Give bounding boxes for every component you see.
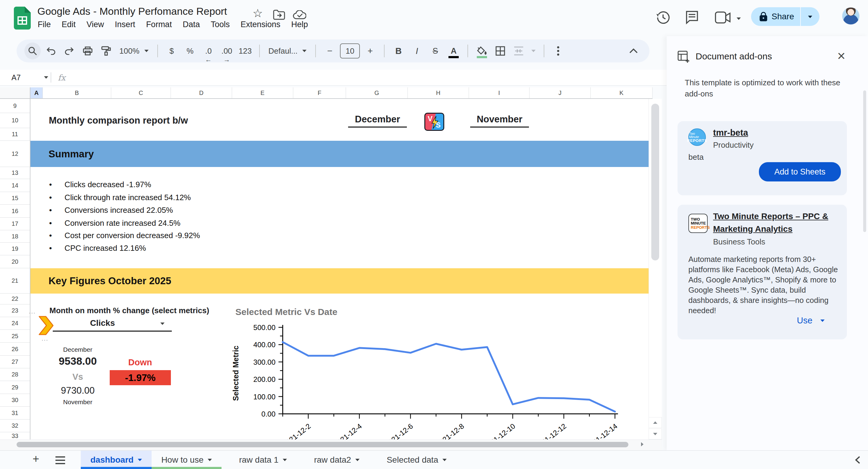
metric-dropdown-caret[interactable] [160,321,164,326]
increase-font-size-button[interactable]: + [362,42,378,59]
undo-icon[interactable] [43,42,59,59]
row-header-24[interactable]: 24 [0,317,30,330]
row-header-11[interactable]: 11 [0,128,30,141]
report-title[interactable]: Monthly comparison report b/w [49,115,188,126]
vertical-scrollbar-thumb[interactable] [651,104,659,260]
menu-file[interactable]: File [33,19,56,30]
sidebar-scrollbar-thumb[interactable] [863,90,866,232]
comments-icon[interactable] [685,10,699,25]
share-dropdown-caret[interactable] [801,14,819,19]
merge-dropdown-caret[interactable] [529,42,538,59]
name-box[interactable]: A7 [0,73,48,82]
show-side-panel-icon[interactable] [854,456,861,465]
scroll-right-button[interactable] [640,441,644,447]
sheet-tab-selected-data[interactable]: Selected data [377,450,456,469]
menu-format[interactable]: Format [141,19,177,30]
italic-button[interactable]: I [409,42,425,59]
redo-icon[interactable] [61,42,78,59]
row-header-13[interactable]: 13 [0,167,30,179]
collapse-toolbar-icon[interactable] [625,42,642,59]
menu-view[interactable]: View [82,19,109,30]
move-to-folder-icon[interactable] [273,10,285,20]
cloud-saved-icon[interactable] [293,10,306,20]
report-month-a[interactable]: December [348,114,407,127]
decrease-decimals-button[interactable]: .0← [200,42,217,59]
search-icon[interactable] [24,42,41,59]
menu-data[interactable]: Data [178,19,205,30]
close-icon[interactable]: × [837,48,845,64]
borders-button[interactable] [492,42,508,59]
column-header-D[interactable]: D [171,87,232,98]
share-button[interactable]: Share [751,7,819,26]
sheet-tab-dashboard[interactable]: dashboard [81,450,152,469]
document-title[interactable]: Google Ads - Monthly Perfomance Report [37,5,227,17]
sheets-logo[interactable] [14,7,31,30]
key-figures-band[interactable]: Key Figures October 2025 [30,268,652,293]
column-header-K[interactable]: K [591,87,652,98]
summary-band[interactable]: Summary [30,141,652,167]
scroll-down-button[interactable] [649,429,662,439]
column-header-B[interactable]: B [43,87,111,98]
sheet-tab-caret[interactable] [355,459,360,461]
meet-video-icon[interactable] [715,11,731,24]
sheet-tab-caret[interactable] [208,459,212,461]
star-icon[interactable]: ☆ [253,7,263,20]
increase-decimals-button[interactable]: .00→ [219,42,235,59]
bold-button[interactable]: B [390,42,407,59]
row-header-26[interactable]: 26 [0,343,30,356]
menu-extensions[interactable]: Extensions [236,19,285,30]
column-header-C[interactable]: C [111,87,171,98]
row-header-31[interactable]: 31 [0,407,30,419]
row-header-12[interactable]: 12 [0,141,30,167]
row-header-9[interactable]: 9 [0,99,30,113]
add-sheet-button[interactable]: + [33,452,39,465]
row-header-27[interactable]: 27 [0,356,30,368]
metric-dropdown[interactable]: Clicks [57,318,148,328]
print-icon[interactable] [80,42,96,59]
add-to-sheets-button[interactable]: Add to Sheets [759,162,841,182]
column-header-H[interactable]: H [408,87,469,98]
more-toolbar-options-icon[interactable] [550,42,566,59]
fill-color-button[interactable] [474,42,490,59]
row-header-10[interactable]: 10 [0,113,30,128]
row-header-18[interactable]: 18 [0,230,30,243]
menu-help[interactable]: Help [286,19,313,30]
row-header-19[interactable]: 19 [0,243,30,255]
sheet-tab-caret[interactable] [442,459,447,461]
strikethrough-button[interactable]: S [427,42,443,59]
avatar[interactable] [842,7,860,25]
decrease-font-size-button[interactable]: − [321,42,338,59]
menu-tools[interactable]: Tools [206,19,235,30]
row-header-30[interactable]: 30 [0,394,30,407]
column-header-A[interactable]: A [30,87,43,98]
row-header-16[interactable]: 16 [0,205,30,218]
sheet-tab-raw-data2[interactable]: raw data2 [304,450,369,469]
addon-name-link[interactable]: Two Minute Reports – PPC & Marketing Ana… [713,210,843,236]
row-header-17[interactable]: 17 [0,218,30,230]
sheet-tab-caret[interactable] [138,459,142,461]
row-header-25[interactable]: 25 [0,330,30,343]
row-header-15[interactable]: 15 [0,192,30,205]
format-currency-button[interactable]: $ [164,42,180,59]
zoom-select[interactable]: 100% [116,42,152,59]
font-size-input[interactable]: 10 [340,43,360,59]
row-header-20[interactable]: 20 [0,255,30,268]
column-header-F[interactable]: F [293,87,346,98]
menu-edit[interactable]: Edit [57,19,81,30]
menu-insert[interactable]: Insert [110,19,141,30]
grid-corner[interactable] [0,87,30,99]
row-header-14[interactable]: 14 [0,179,30,192]
format-percent-button[interactable]: % [182,42,198,59]
paint-format-icon[interactable] [98,42,114,59]
text-color-button[interactable]: A [445,42,462,59]
row-header-23[interactable]: 23 [0,305,30,317]
sheet-tab-how-to-use[interactable]: How to use [152,450,221,469]
row-header-32[interactable]: 32 [0,419,30,432]
version-history-icon[interactable] [656,10,670,25]
merge-cells-button[interactable] [510,42,527,59]
row-header-22[interactable]: 22 [0,293,30,305]
meet-dropdown-caret[interactable] [737,16,741,21]
use-button[interactable]: Use [797,316,825,325]
column-header-E[interactable]: E [232,87,293,98]
more-formats-button[interactable]: 123 [237,42,253,59]
